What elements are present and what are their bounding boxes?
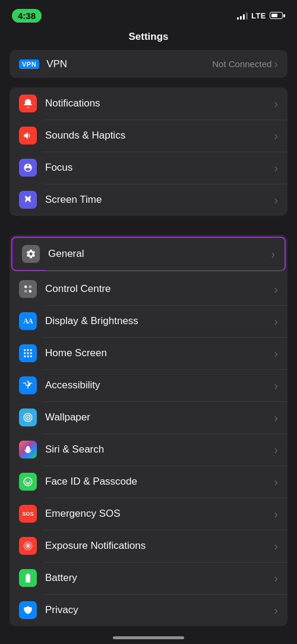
settings-item-exposure[interactable]: Exposure Notifications — [10, 530, 287, 562]
battery-label: Battery — [45, 572, 274, 584]
screen-time-chevron-icon — [274, 193, 278, 207]
settings-item-sounds[interactable]: Sounds & Haptics — [10, 120, 287, 152]
settings-item-wallpaper[interactable]: Wallpaper — [10, 401, 287, 433]
svg-point-0 — [24, 285, 27, 288]
vpn-badge: VPN — [19, 59, 39, 69]
home-indicator — [113, 636, 184, 639]
settings-item-accessibility[interactable]: Accessibility — [10, 369, 287, 401]
settings-item-faceid[interactable]: Face ID & Passcode — [10, 466, 287, 498]
battery-item-icon — [19, 569, 37, 587]
svg-rect-11 — [27, 356, 29, 357]
control-centre-chevron-icon — [274, 282, 278, 296]
settings-item-focus[interactable]: Focus — [10, 152, 287, 184]
display-label: Display & Brightness — [45, 315, 274, 327]
svg-rect-7 — [24, 353, 26, 354]
exposure-icon — [19, 537, 37, 555]
display-chevron-icon — [274, 315, 278, 328]
svg-rect-4 — [24, 349, 26, 351]
screen-time-label: Screen Time — [45, 194, 274, 206]
settings-item-screen-time[interactable]: Screen Time — [10, 184, 287, 216]
svg-point-2 — [24, 290, 27, 293]
general-label: General — [48, 248, 271, 260]
settings-group-2: General Control Centre AA Display & Brig… — [10, 235, 287, 626]
screen-time-icon — [19, 191, 37, 209]
vpn-status: Not Connected — [212, 57, 278, 71]
settings-item-sos[interactable]: SOS Emergency SOS — [10, 498, 287, 530]
exposure-chevron-icon — [274, 539, 278, 553]
settings-item-home-screen[interactable]: Home Screen — [10, 337, 287, 369]
status-bar: 4:38 LTE — [0, 0, 297, 26]
vpn-chevron-icon — [274, 57, 278, 71]
svg-point-14 — [27, 417, 29, 419]
siri-chevron-icon — [274, 443, 278, 457]
settings-item-general[interactable]: General — [11, 237, 286, 271]
faceid-chevron-icon — [274, 475, 278, 489]
settings-group-1: Notifications Sounds & Haptics Focus Scr… — [10, 87, 287, 216]
notifications-chevron-icon — [274, 97, 278, 111]
sounds-label: Sounds & Haptics — [45, 130, 274, 142]
home-screen-icon — [19, 344, 37, 362]
status-icons: LTE — [237, 11, 285, 20]
battery-chevron-icon — [274, 571, 278, 585]
privacy-label: Privacy — [45, 604, 274, 616]
home-screen-label: Home Screen — [45, 347, 274, 359]
faceid-label: Face ID & Passcode — [45, 476, 274, 488]
settings-item-display[interactable]: AA Display & Brightness — [10, 305, 287, 337]
sos-chevron-icon — [274, 507, 278, 521]
focus-label: Focus — [45, 162, 274, 174]
svg-rect-8 — [27, 353, 29, 354]
wallpaper-chevron-icon — [274, 411, 278, 425]
vpn-left: VPN VPN — [19, 58, 67, 70]
svg-point-16 — [27, 545, 30, 548]
svg-point-3 — [29, 290, 32, 293]
settings-item-notifications[interactable]: Notifications — [10, 87, 287, 120]
svg-rect-10 — [24, 356, 26, 357]
settings-item-siri[interactable]: Siri & Search — [10, 433, 287, 466]
signal-icon — [237, 11, 248, 20]
svg-rect-6 — [30, 349, 32, 351]
notifications-icon — [19, 95, 37, 112]
settings-item-control-centre[interactable]: Control Centre — [10, 273, 287, 305]
accessibility-icon — [19, 376, 37, 394]
lte-label: LTE — [251, 11, 266, 20]
control-centre-label: Control Centre — [45, 283, 274, 295]
svg-rect-12 — [30, 356, 32, 357]
faceid-icon — [19, 473, 37, 491]
general-chevron-icon — [271, 247, 275, 261]
svg-rect-5 — [27, 349, 29, 351]
control-centre-icon — [19, 280, 37, 298]
page-title: Settings — [0, 26, 297, 50]
vpn-row[interactable]: VPN VPN Not Connected — [10, 50, 287, 78]
svg-point-1 — [29, 285, 32, 288]
vpn-label: VPN — [46, 58, 67, 70]
general-icon — [22, 245, 40, 263]
accessibility-label: Accessibility — [45, 379, 274, 391]
svg-rect-9 — [30, 353, 32, 354]
battery-status-icon — [270, 12, 285, 19]
home-screen-chevron-icon — [274, 347, 278, 360]
exposure-label: Exposure Notifications — [45, 540, 274, 552]
focus-chevron-icon — [274, 161, 278, 175]
privacy-chevron-icon — [274, 604, 278, 617]
privacy-icon — [19, 601, 37, 619]
wallpaper-label: Wallpaper — [45, 411, 274, 423]
notifications-label: Notifications — [45, 98, 274, 109]
sos-label: Emergency SOS — [45, 508, 274, 520]
sos-icon: SOS — [19, 505, 37, 523]
sounds-chevron-icon — [274, 129, 278, 143]
status-time: 4:38 — [12, 9, 42, 23]
display-icon: AA — [19, 312, 37, 330]
svg-point-13 — [27, 381, 29, 383]
settings-item-privacy[interactable]: Privacy — [10, 594, 287, 626]
settings-item-battery[interactable]: Battery — [10, 562, 287, 594]
wallpaper-icon — [19, 409, 37, 426]
siri-label: Siri & Search — [45, 444, 274, 455]
accessibility-chevron-icon — [274, 379, 278, 392]
sounds-icon — [19, 127, 37, 144]
focus-icon — [19, 159, 37, 177]
siri-icon — [19, 441, 37, 458]
